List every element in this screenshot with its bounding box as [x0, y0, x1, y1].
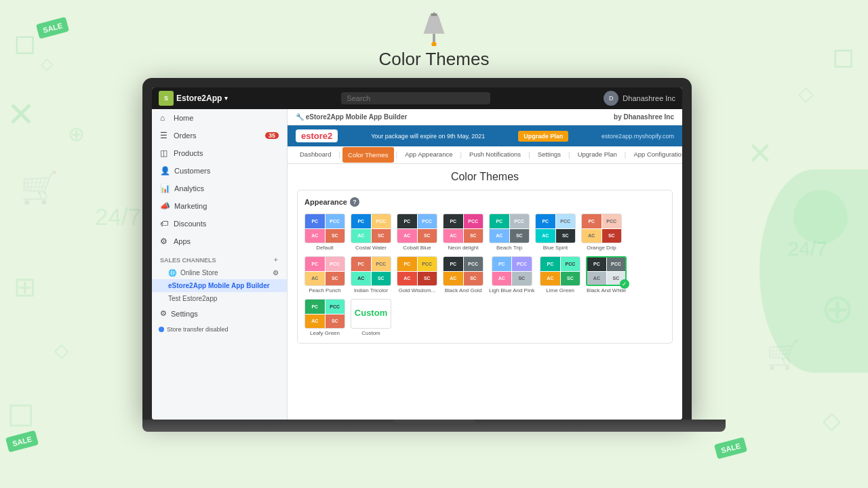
store-name[interactable]: S Estore2App ▾: [159, 91, 228, 106]
themes-title: Color Themes: [297, 171, 673, 183]
status-dot: [159, 327, 164, 332]
theme-gold-wisdom[interactable]: PC PCC AC SC Gold Wisdom...: [397, 256, 437, 293]
theme-neon-delight[interactable]: PC PCC AC SC Neon delight: [443, 214, 484, 251]
tab-upgrade-plan[interactable]: Upgrade Plan: [572, 146, 623, 163]
sales-channels-title: SALES CHANNELS ＋: [152, 250, 287, 266]
tab-color-themes[interactable]: Color Themes: [342, 147, 394, 163]
customers-icon: 👤: [160, 166, 170, 176]
content-area: 🔧 eStore2App Mobile App Builder by Dhana…: [288, 109, 682, 420]
admin-bar: S Estore2App ▾ D Dhanashree Inc: [152, 87, 682, 109]
page-title: Color Themes: [0, 49, 868, 70]
appearance-header: Appearance ?: [304, 197, 665, 207]
page-header: Color Themes: [0, 0, 868, 70]
sidebar-item-analytics[interactable]: 📊 Analytics: [152, 180, 287, 197]
theme-lime-green[interactable]: PC PCC AC SC Lime Green: [540, 256, 580, 293]
tab-settings[interactable]: Settings: [532, 146, 566, 163]
nav-tabs: Dashboard | Color Themes | App Appearanc…: [288, 146, 682, 164]
search-input[interactable]: [341, 92, 490, 104]
banner-url: estore2app.myshopify.com: [601, 133, 674, 140]
svg-marker-0: [424, 16, 445, 34]
svg-rect-1: [433, 34, 435, 43]
store-transfer-notice: Store transfer disabled: [152, 322, 287, 337]
store-logo: S: [159, 91, 174, 106]
home-icon: ⌂: [160, 113, 170, 123]
theme-black-and-gold[interactable]: PC PCC AC SC Black And Gold: [443, 256, 484, 293]
estore-banner: estore2 Your package will expire on 9th …: [288, 125, 682, 146]
sidebar-sub-estore-app[interactable]: eStore2App Mobile App Builder: [152, 279, 287, 292]
theme-blue-spirit[interactable]: PC PCC AC SC Blue Spirit: [535, 214, 576, 251]
tab-app-appearance[interactable]: App Appearance: [399, 146, 458, 163]
theme-peach-punch[interactable]: PC PCC AC SC Peach Punch: [304, 256, 345, 293]
settings-gear-icon[interactable]: ⚙: [273, 269, 279, 277]
tab-dashboard[interactable]: Dashboard: [294, 146, 336, 163]
svg-rect-3: [431, 14, 437, 16]
theme-default[interactable]: PC PCC AC SC Default: [304, 214, 345, 251]
sidebar-item-apps[interactable]: ⚙ Apps: [152, 232, 287, 250]
plus-icon[interactable]: ＋: [273, 256, 279, 264]
sidebar-sub-online-store[interactable]: 🌐 Online Store ⚙: [152, 266, 287, 279]
app-header-bar: 🔧 eStore2App Mobile App Builder by Dhana…: [288, 109, 682, 125]
selected-checkmark: ✓: [620, 279, 629, 289]
sidebar-item-discounts[interactable]: 🏷 Discounts: [152, 215, 287, 232]
laptop-body: S Estore2App ▾ D Dhanashree Inc: [142, 78, 692, 420]
appearance-section: Appearance ? PC: [297, 190, 673, 344]
theme-indian-tricolor[interactable]: PC PCC AC SC Indian Tricolor: [351, 256, 391, 293]
sidebar-item-products[interactable]: ◫ Products: [152, 144, 287, 162]
avatar: D: [604, 91, 618, 106]
admin-right: D Dhanashree Inc: [604, 91, 675, 106]
sidebar-item-orders[interactable]: ☰ Orders 35: [152, 127, 287, 144]
theme-light-blue-pink[interactable]: PC PCC AC SC Ligh Blue And Pink: [489, 256, 534, 293]
theme-leafy-green[interactable]: PC PCC AC SC Leafy Green: [304, 299, 345, 336]
svg-point-2: [431, 42, 436, 46]
discounts-icon: 🏷: [160, 219, 170, 228]
theme-grid: PC PCC AC SC Default: [304, 214, 665, 336]
theme-costal-water[interactable]: PC PCC AC SC Costal Water: [351, 214, 391, 251]
banner-notice: Your package will expire on 9th May, 202…: [371, 133, 485, 140]
analytics-icon: 📊: [160, 184, 170, 193]
theme-cobalt-blue[interactable]: PC PCC AC SC Cobalt Blue: [397, 214, 437, 251]
tab-push-notifications[interactable]: Push Notifications: [464, 146, 526, 163]
sidebar-item-marketing[interactable]: 📣 Marketing: [152, 197, 287, 215]
estore-logo: estore2: [296, 129, 338, 142]
help-icon[interactable]: ?: [350, 197, 359, 207]
theme-black-and-white[interactable]: PC PCC AC SC ✓ Black And White: [586, 256, 627, 293]
laptop-container: S Estore2App ▾ D Dhanashree Inc: [0, 78, 868, 432]
apps-icon: ⚙: [160, 237, 170, 246]
upgrade-plan-button[interactable]: Upgrade Plan: [518, 131, 568, 142]
sidebar-item-home[interactable]: ⌂ Home: [152, 109, 287, 127]
theme-orange-drip[interactable]: PC PCC AC SC Orange Drip: [581, 214, 622, 251]
laptop-base: [142, 420, 726, 432]
main-layout: ⌂ Home ☰ Orders 35 ◫ Products: [152, 109, 682, 420]
sidebar-item-customers[interactable]: 👤 Customers: [152, 162, 287, 180]
settings-icon: ⚙: [160, 309, 167, 318]
theme-beach-trip[interactable]: PC PCC AC SC Beach Trip: [489, 214, 530, 251]
orders-icon: ☰: [160, 131, 170, 140]
online-store-icon: 🌐: [168, 269, 176, 277]
theme-custom[interactable]: Custom Custom: [351, 299, 391, 336]
themes-content: Color Themes Appearance ?: [288, 164, 682, 420]
custom-theme-label: Custom: [355, 308, 387, 318]
laptop-screen: S Estore2App ▾ D Dhanashree Inc: [152, 87, 682, 420]
marketing-icon: 📣: [160, 201, 170, 211]
sidebar-sub-test-estore[interactable]: Test Estore2app: [152, 292, 287, 305]
tab-app-configuration[interactable]: App Configuration: [628, 146, 682, 163]
search-area: [233, 92, 598, 104]
sidebar-item-settings[interactable]: ⚙ Settings: [152, 305, 287, 322]
products-icon: ◫: [160, 148, 170, 158]
sidebar: ⌂ Home ☰ Orders 35 ◫ Products: [152, 109, 288, 420]
